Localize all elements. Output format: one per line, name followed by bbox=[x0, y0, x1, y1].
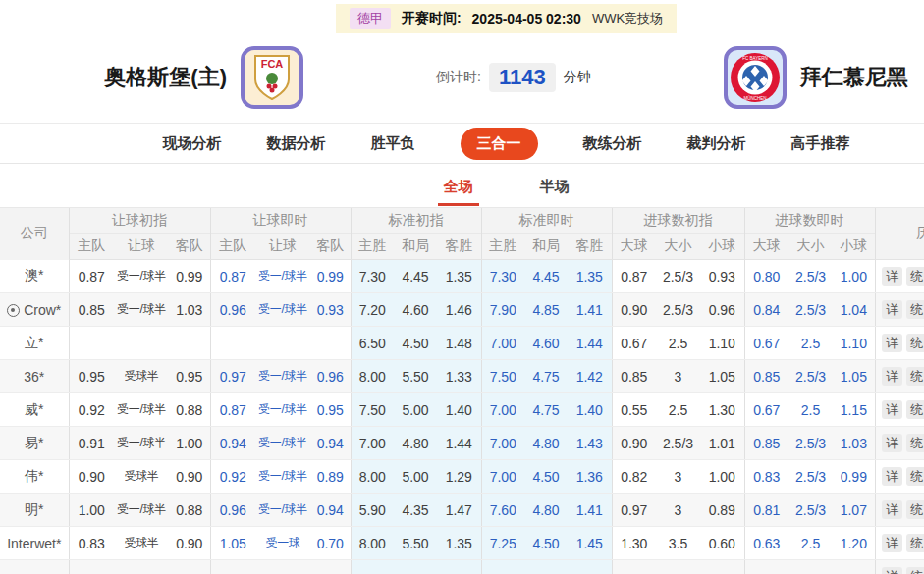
odds-cell: 4.80 bbox=[524, 427, 568, 460]
odds-cell: 1.05 bbox=[210, 527, 255, 560]
subcol-away: 客队 bbox=[169, 234, 210, 260]
stats-button[interactable]: 统 bbox=[906, 534, 924, 553]
tab-win-draw-lose[interactable]: 胜平负 bbox=[371, 134, 415, 153]
home-crest-icon: FCA bbox=[249, 53, 295, 102]
odds-cell bbox=[481, 560, 524, 574]
tab-half-time[interactable]: 半场 bbox=[534, 178, 575, 206]
odds-cell: 4.80 bbox=[524, 494, 568, 527]
odds-cell bbox=[612, 560, 656, 574]
odds-cell: 8.00 bbox=[351, 527, 394, 560]
odds-cell: 0.92 bbox=[210, 460, 255, 494]
bookmaker-cell[interactable]: 伟* bbox=[0, 460, 69, 494]
tab-data-analysis[interactable]: 数据分析 bbox=[267, 134, 326, 153]
bookmaker-cell[interactable]: 威* bbox=[0, 393, 69, 427]
stats-button[interactable]: 统 bbox=[906, 300, 924, 320]
tab-live-analysis[interactable]: 现场分析 bbox=[163, 134, 222, 153]
stats-button[interactable]: 统 bbox=[906, 567, 924, 574]
odds-cell: 0.85 bbox=[744, 427, 788, 460]
odds-cell: 1.00 bbox=[700, 460, 744, 494]
handicap-cell: 受一/球半 bbox=[114, 260, 169, 293]
bookmaker-label: Crow* bbox=[24, 302, 61, 318]
total-cell: 2.5 bbox=[788, 393, 833, 427]
odds-cell: 1.05 bbox=[833, 360, 875, 393]
table-row: Crow* 0.85 受一/球半 1.03 0.96 受一/球半 0.93 7.… bbox=[0, 293, 924, 327]
odds-cell: 0.85 bbox=[744, 360, 788, 393]
odds-cell: 0.88 bbox=[169, 494, 210, 527]
odds-cell: 0.63 bbox=[744, 527, 788, 560]
odds-cell: 1.03 bbox=[833, 427, 875, 460]
odds-cell: 7.50 bbox=[351, 393, 394, 427]
bookmaker-cell[interactable] bbox=[0, 560, 69, 574]
tab-full-time[interactable]: 全场 bbox=[438, 178, 479, 206]
odds-cell: 1.46 bbox=[437, 293, 481, 327]
group-standard-live: 标准即时 bbox=[481, 208, 612, 234]
subcol-total: 大小 bbox=[788, 234, 833, 260]
odds-cell: 0.67 bbox=[744, 393, 788, 427]
actions-cell: 详统 bbox=[875, 393, 924, 427]
odds-cell: 0.96 bbox=[210, 293, 255, 327]
tab-referee-analysis[interactable]: 裁判分析 bbox=[687, 134, 746, 153]
stats-button[interactable]: 统 bbox=[906, 467, 924, 487]
actions-cell: 详统 bbox=[875, 427, 924, 460]
stats-button[interactable]: 统 bbox=[906, 500, 924, 520]
handicap-cell: 受一/球半 bbox=[255, 494, 310, 527]
detail-button[interactable]: 详 bbox=[882, 500, 902, 520]
detail-button[interactable]: 详 bbox=[882, 300, 902, 320]
detail-button[interactable]: 详 bbox=[882, 567, 902, 574]
odds-cell: 0.85 bbox=[612, 360, 656, 393]
bookmaker-cell[interactable]: 澳* bbox=[0, 260, 69, 293]
stats-button[interactable]: 统 bbox=[906, 434, 924, 453]
odds-cell: 1.00 bbox=[69, 494, 114, 527]
bookmaker-cell[interactable]: Interwet* bbox=[0, 527, 69, 560]
detail-button[interactable]: 详 bbox=[882, 434, 902, 453]
stats-button[interactable]: 统 bbox=[906, 367, 924, 387]
odds-cell: 1.45 bbox=[568, 527, 612, 560]
detail-button[interactable]: 详 bbox=[882, 534, 902, 553]
detail-button[interactable]: 详 bbox=[882, 400, 902, 420]
odds-cell: 1.10 bbox=[833, 327, 875, 360]
bookmaker-cell[interactable]: 立* bbox=[0, 327, 69, 360]
detail-button[interactable]: 详 bbox=[882, 334, 902, 353]
handicap-cell: 受一/球半 bbox=[114, 293, 169, 327]
odds-cell: 1.44 bbox=[568, 327, 612, 360]
tab-expert-picks[interactable]: 高手推荐 bbox=[791, 134, 850, 153]
detail-button[interactable]: 详 bbox=[882, 367, 902, 387]
odds-cell: 7.00 bbox=[351, 427, 394, 460]
handicap-cell bbox=[114, 560, 169, 574]
total-cell: 2.5 bbox=[656, 327, 700, 360]
total-cell: 2.5 bbox=[656, 393, 700, 427]
detail-button[interactable]: 详 bbox=[882, 467, 902, 487]
stats-button[interactable]: 统 bbox=[906, 400, 924, 420]
odds-cell: 0.84 bbox=[744, 293, 788, 327]
total-cell: 3 bbox=[656, 460, 700, 494]
odds-cell: 8.00 bbox=[351, 360, 394, 393]
tab-three-in-one[interactable]: 三合一 bbox=[461, 128, 538, 160]
handicap-cell: 受球半 bbox=[114, 360, 169, 393]
odds-cell: 0.88 bbox=[169, 393, 210, 427]
odds-cell: 0.67 bbox=[612, 327, 656, 360]
countdown-label: 倒计时: bbox=[436, 69, 481, 86]
total-cell: 2.5/3 bbox=[788, 494, 833, 527]
stats-button[interactable]: 统 bbox=[906, 267, 924, 287]
group-standard-initial: 标准初指 bbox=[351, 208, 481, 234]
bookmaker-cell[interactable]: 36* bbox=[0, 360, 69, 393]
odds-cell: 0.99 bbox=[169, 260, 210, 293]
odds-cell: 0.60 bbox=[700, 527, 744, 560]
total-cell: 2.5 bbox=[788, 327, 833, 360]
actions-cell: 详统 bbox=[875, 360, 924, 393]
stats-button[interactable]: 统 bbox=[906, 334, 924, 353]
bookmaker-cell[interactable]: 明* bbox=[0, 494, 69, 527]
total-cell: 2.5/3 bbox=[788, 360, 833, 393]
odds-cell: 1.43 bbox=[568, 427, 612, 460]
bookmaker-label: 伟* bbox=[25, 468, 43, 484]
bookmaker-cell[interactable]: Crow* bbox=[0, 293, 69, 327]
odds-cell: 4.60 bbox=[394, 293, 437, 327]
svg-text:FCA: FCA bbox=[261, 58, 284, 70]
group-handicap-initial: 让球初指 bbox=[69, 208, 210, 234]
bookmaker-cell[interactable]: 易* bbox=[0, 427, 69, 460]
odds-cell: 0.80 bbox=[744, 260, 788, 293]
actions-cell: 详统 bbox=[875, 527, 924, 560]
tab-coach-analysis[interactable]: 教练分析 bbox=[583, 134, 642, 153]
detail-button[interactable]: 详 bbox=[882, 267, 902, 287]
odds-cell: 0.99 bbox=[310, 260, 351, 293]
